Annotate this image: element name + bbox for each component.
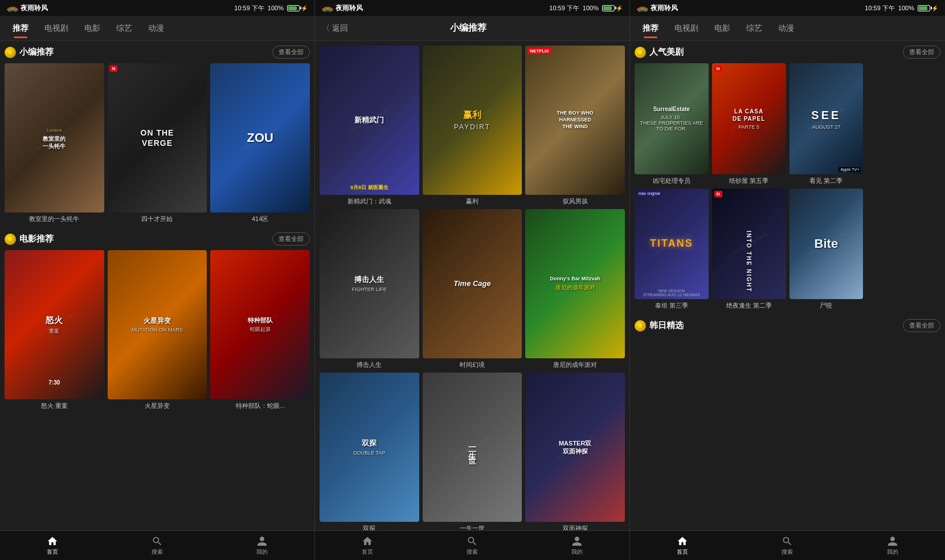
view-all-korean[interactable]: 查看全部	[903, 319, 940, 332]
editor-movie-grid: yulingfeng.com Lunana 教室里的一头牦牛 教室里的一头牦牛 …	[5, 63, 310, 223]
battery-mid: ⚡	[602, 5, 623, 11]
bottom-profile-mid[interactable]: 我的	[525, 531, 629, 560]
home-label-left: 首页	[47, 548, 58, 556]
movie-title-414: 414区	[210, 215, 310, 223]
search-icon-right	[782, 536, 793, 547]
movie-item-yisheng[interactable]: yulingfeng.com 一生一世 一生一世	[423, 373, 522, 530]
movie-item-mars[interactable]: yulingfeng.com 火星异变 MUTATION ON MARS 火星异…	[108, 250, 207, 410]
home-label-mid: 首页	[362, 548, 373, 556]
battery-left: ⚡	[287, 5, 308, 11]
bottom-home-left[interactable]: 首页	[0, 531, 105, 560]
home-icon-right	[677, 536, 688, 547]
rainbow-icon	[7, 4, 18, 12]
movie-item-timecage[interactable]: yulingfeng.com Time Cage 时间幻境	[423, 209, 522, 369]
movie-title-mars: 火星异变	[108, 402, 207, 410]
movie-title-shuangmian: 双面神探	[525, 524, 625, 530]
content-right: ⭐ 人气美剧 查看全部 yulingfeng.com SurrealEstate…	[630, 41, 945, 530]
bottom-search-mid[interactable]: 搜索	[420, 531, 525, 560]
tab-tv-right[interactable]: 电视剧	[666, 19, 706, 38]
tab-movie-left[interactable]: 电影	[76, 19, 108, 38]
app-name-mid: 夜雨聆风	[336, 3, 363, 13]
poster-boywind: yulingfeng.com NETFLIX THE BOY WHOHARNES…	[525, 46, 625, 195]
editor-title-text: 小编推荐	[19, 47, 54, 58]
poster-xinjing: yulingfeng.com 新精武门 9月8日 就医重生	[320, 46, 419, 195]
bolt-icon-left: ⚡	[301, 5, 308, 11]
poster-surrealestate: yulingfeng.com SurrealEstate JULY 10 ·TH…	[635, 63, 709, 174]
poster-mars: yulingfeng.com 火星异变 MUTATION ON MARS	[108, 250, 207, 399]
movie-item-nuohua[interactable]: yulingfeng.com 怒火 重案 7:30 怒火·重案	[5, 250, 104, 410]
content-mid: yulingfeng.com 新精武门 9月8日 就医重生 新精武门：武魂 yu…	[315, 41, 629, 530]
bottom-home-mid[interactable]: 首页	[315, 531, 420, 560]
tab-recommend-left[interactable]: 推荐	[5, 19, 36, 38]
tab-tv-left[interactable]: 电视剧	[36, 19, 76, 38]
bottom-nav-right: 首页 搜索 我的	[630, 530, 945, 560]
movie-item-titans[interactable]: yulingfeng.com max original TITANS NEW S…	[635, 189, 709, 310]
search-label-right: 搜索	[782, 548, 793, 556]
coin-icon-korean: ⭐	[635, 320, 646, 332]
movie-item-surrealestate[interactable]: yulingfeng.com SurrealEstate JULY 10 ·TH…	[635, 63, 709, 185]
bottom-profile-right[interactable]: 我的	[840, 531, 945, 560]
user-icon-left	[256, 536, 268, 547]
movie-item-lunana[interactable]: yulingfeng.com Lunana 教室里的一头牦牛 教室里的一头牦牛	[5, 63, 104, 223]
status-left-right: 夜雨聆风	[637, 3, 678, 13]
movie-item-paydirt[interactable]: yulingfeng.com 赢利 PAYDIRT 赢利	[423, 46, 522, 206]
tab-recommend-right[interactable]: 推荐	[635, 19, 666, 38]
movie-title-danny: 唐尼的成年派对	[525, 361, 625, 369]
view-all-editor[interactable]: 查看全部	[272, 46, 310, 59]
tab-anime-right[interactable]: 动漫	[770, 19, 802, 38]
status-bar-mid: 夜雨聆风 10:59 下午 100% ⚡	[315, 0, 629, 16]
time-right: 10:59 下午	[865, 4, 895, 13]
tab-variety-right[interactable]: 综艺	[738, 19, 770, 38]
movie-item-ontheverge[interactable]: yulingfeng.com N ON THEVERGE 四十才开始	[108, 63, 207, 223]
bottom-profile-left[interactable]: 我的	[210, 531, 314, 560]
movie-item-xinjing[interactable]: yulingfeng.com 新精武门 9月8日 就医重生 新精武门：武魂	[320, 46, 419, 206]
time-mid: 10:59 下午	[549, 4, 579, 13]
view-all-movie[interactable]: 查看全部	[272, 232, 310, 246]
app-name-right: 夜雨聆风	[651, 3, 678, 13]
poster-bite: yulingfeng.com Bite	[789, 189, 864, 300]
movie-item-bite[interactable]: yulingfeng.com Bite 尸咬	[789, 189, 864, 310]
movie-row-1: yulingfeng.com 新精武门 9月8日 就医重生 新精武门：武魂 yu…	[320, 46, 625, 206]
tab-movie-right[interactable]: 电影	[706, 19, 738, 38]
poster-special: yulingfeng.com 特种部队 蛇眼起源	[210, 250, 310, 399]
view-all-popular[interactable]: 查看全部	[903, 46, 940, 59]
profile-label-mid: 我的	[571, 548, 583, 556]
movie-row-2: yulingfeng.com 搏击人生 FIGHTER LIFE 搏击人生 yu…	[320, 209, 625, 369]
status-right-right: 10:59 下午 100% ⚡	[865, 4, 938, 13]
korean-title-text: 韩日精选	[649, 320, 684, 331]
movie-item-shuangtan[interactable]: yulingfeng.com 双探 DOUBLE TAP 双探	[320, 373, 419, 530]
tab-anime-left[interactable]: 动漫	[140, 19, 172, 38]
popular-movie-grid: yulingfeng.com SurrealEstate JULY 10 ·TH…	[635, 63, 940, 310]
bottom-search-left[interactable]: 搜索	[105, 531, 210, 560]
profile-label-left: 我的	[256, 548, 268, 556]
movie-item-danny[interactable]: yulingfeng.com Donny's Bar Mitzvah 唐尼的成年…	[525, 209, 625, 369]
movie-item-lacasa[interactable]: yulingfeng.com N LA CASADE PAPEL PARTE 5…	[712, 63, 786, 185]
battery-right: ⚡	[918, 5, 938, 11]
movie-title-special: 特种部队：蛇眼...	[210, 402, 310, 410]
movie-item-special[interactable]: yulingfeng.com 特种部队 蛇眼起源 特种部队：蛇眼...	[210, 250, 310, 410]
search-icon-left	[152, 536, 163, 547]
bottom-search-right[interactable]: 搜索	[735, 531, 840, 560]
status-left-mid: 夜雨聆风	[322, 3, 363, 13]
content-left: ⭐ 小编推荐 查看全部 yulingfeng.com Lunana 教室里的一头…	[0, 41, 314, 530]
battery-percent-right: 100%	[898, 5, 914, 11]
back-button[interactable]: 〈 返回	[322, 23, 348, 34]
poster-nuohua: yulingfeng.com 怒火 重案 7:30	[5, 250, 104, 399]
poster-ontheverge: yulingfeng.com N ON THEVERGE	[108, 63, 207, 212]
section-header-editor: ⭐ 小编推荐 查看全部	[5, 46, 310, 59]
coin-icon-popular: ⭐	[635, 47, 646, 58]
bottom-home-right[interactable]: 首页	[630, 531, 735, 560]
movie-item-shuangmian[interactable]: yulingfeng.com MASTER双双面神探 双面神探	[525, 373, 625, 530]
status-bar-right: 夜雨聆风 10:59 下午 100% ⚡	[630, 0, 945, 16]
movie-item-see[interactable]: yulingfeng.com Apple TV+ SEE AUGUST 27 看…	[789, 63, 864, 185]
movie-title-ontheverge: 四十才开始	[108, 215, 207, 223]
home-icon-mid	[362, 536, 373, 547]
tab-variety-left[interactable]: 综艺	[108, 19, 140, 38]
movie-item-boywind[interactable]: yulingfeng.com NETFLIX THE BOY WHOHARNES…	[525, 46, 625, 206]
movie-item-414[interactable]: yulingfeng.com ZOU 414区	[210, 63, 310, 223]
movie-item-pojiren[interactable]: yulingfeng.com 搏击人生 FIGHTER LIFE 搏击人生	[320, 209, 419, 369]
coin-icon-editor: ⭐	[5, 47, 16, 58]
movie-item-intonight[interactable]: yulingfeng.com N INTO THE NIGHT 绝夜逢生 第二季	[712, 189, 786, 310]
coin-icon-movie: ⭐	[5, 234, 16, 245]
section-header-movie: ⭐ 电影推荐 查看全部	[5, 232, 310, 246]
